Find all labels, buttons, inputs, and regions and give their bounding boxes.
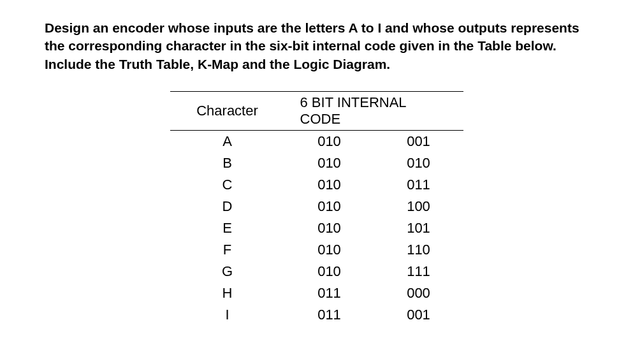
cell-code-high: 010 [285,217,374,239]
cell-code-high: 010 [285,174,374,196]
cell-code-high: 010 [285,261,374,282]
table-wrapper: Character 6 BIT INTERNAL CODE A 010 001 … [45,91,588,326]
cell-char: I [170,304,285,326]
cell-char: G [170,261,285,282]
cell-code-low: 001 [374,131,463,153]
cell-char: F [170,239,285,261]
cell-code-low: 110 [374,239,463,261]
table-row: E 010 101 [170,217,463,239]
cell-char: D [170,196,285,217]
cell-code-high: 010 [285,239,374,261]
cell-code-high: 011 [285,282,374,304]
header-code: 6 BIT INTERNAL CODE [285,92,463,131]
cell-code-low: 101 [374,217,463,239]
table-row: H 011 000 [170,282,463,304]
question-text: Design an encoder whose inputs are the l… [45,19,588,73]
cell-code-low: 001 [374,304,463,326]
cell-char: B [170,152,285,174]
cell-code-low: 011 [374,174,463,196]
cell-char: H [170,282,285,304]
code-table: Character 6 BIT INTERNAL CODE A 010 001 … [170,91,463,326]
table-row: G 010 111 [170,261,463,282]
table-row: C 010 011 [170,174,463,196]
cell-code-high: 011 [285,304,374,326]
table-row: D 010 100 [170,196,463,217]
cell-code-low: 000 [374,282,463,304]
cell-code-low: 111 [374,261,463,282]
cell-code-high: 010 [285,196,374,217]
header-character: Character [170,92,285,131]
cell-code-high: 010 [285,152,374,174]
cell-char: E [170,217,285,239]
table-row: F 010 110 [170,239,463,261]
cell-code-high: 010 [285,131,374,153]
table-row: B 010 010 [170,152,463,174]
table-row: A 010 001 [170,131,463,153]
cell-char: A [170,131,285,153]
cell-char: C [170,174,285,196]
cell-code-low: 010 [374,152,463,174]
table-body: A 010 001 B 010 010 C 010 011 D 010 100 … [170,131,463,326]
table-row: I 011 001 [170,304,463,326]
cell-code-low: 100 [374,196,463,217]
